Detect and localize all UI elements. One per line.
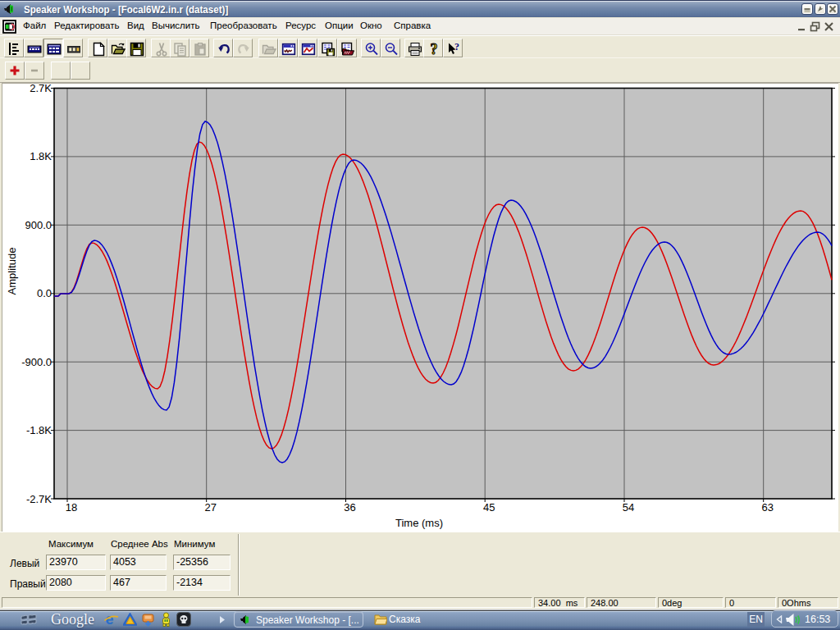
svg-text:?: ? bbox=[431, 42, 438, 57]
svg-text:?: ? bbox=[454, 42, 459, 52]
